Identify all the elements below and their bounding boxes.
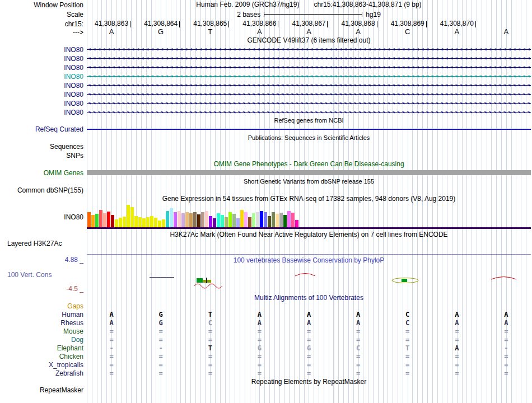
track-label-multiz-zebrafish[interactable]: Zebrafish — [0, 369, 83, 378]
gtex-tissue-bar[interactable] — [256, 212, 259, 227]
track-label-gtex-gene[interactable]: INO80 — [0, 213, 83, 221]
track-label-gencode-ino80[interactable]: INO80 — [0, 46, 83, 54]
gtex-tissue-bar[interactable] — [228, 212, 232, 227]
gtex-tissue-bar[interactable] — [236, 218, 240, 227]
gtex-tissue-bar[interactable] — [123, 217, 126, 227]
track-label-gencode-ino80[interactable]: INO80 — [0, 109, 83, 116]
track-label-omim-genes[interactable]: OMIM Genes — [0, 169, 83, 177]
gtex-tissue-bar[interactable] — [205, 211, 208, 227]
gtex-tissue-bar[interactable] — [178, 211, 181, 227]
gtex-tissue-bar[interactable] — [115, 219, 118, 227]
gtex-tissue-bar[interactable] — [91, 215, 95, 227]
gtex-tissue-bar[interactable] — [283, 215, 287, 227]
gtex-tissue-bar[interactable] — [201, 212, 204, 227]
gtex-tissue-bar[interactable] — [166, 211, 169, 227]
gtex-tissue-bar[interactable] — [95, 214, 99, 227]
ruler-position-label[interactable]: 41,308,870 — [432, 20, 482, 27]
gtex-tissue-bar[interactable] — [111, 215, 114, 227]
gtex-tissue-bar[interactable] — [138, 217, 142, 227]
gtex-tissue-bar[interactable] — [217, 213, 220, 227]
gtex-expression-chart[interactable] — [87, 204, 531, 227]
gtex-tissue-bar[interactable] — [119, 218, 122, 227]
track-label-layered-h3k27ac[interactable]: Layered H3K27Ac — [7, 240, 62, 247]
gtex-tissue-bar[interactable] — [213, 218, 216, 227]
gtex-tissue-bar[interactable] — [209, 216, 212, 227]
track-label-multiz-dog[interactable]: Dog — [0, 336, 83, 344]
track-label-multiz-gaps[interactable]: Gaps — [0, 302, 83, 311]
gtex-tissue-bar[interactable] — [150, 216, 153, 227]
gencode-transcript[interactable]: <<<<<<<<<<<<<<<<<<<<<<<<<<<<<<<<<<<<<<<<… — [87, 72, 531, 81]
track-label-gencode-ino80[interactable]: INO80 — [0, 91, 83, 99]
gencode-transcript[interactable]: <<<<<<<<<<<<<<<<<<<<<<<<<<<<<<<<<<<<<<<<… — [87, 108, 531, 117]
gtex-tissue-bar[interactable] — [107, 212, 110, 227]
track-label-snps[interactable]: SNPs — [0, 152, 83, 160]
gtex-tissue-bar[interactable] — [268, 216, 271, 227]
ruler-position-label[interactable]: 41,308,864 — [136, 20, 185, 27]
gencode-transcript[interactable]: <<<<<<<<<<<<<<<<<<<<<<<<<<<<<<<<<<<<<<<<… — [87, 45, 531, 54]
omim-gene-item[interactable] — [87, 170, 531, 175]
gtex-tissue-bar[interactable] — [174, 212, 177, 227]
gtex-tissue-bar[interactable] — [162, 219, 165, 227]
gtex-tissue-bar[interactable] — [221, 215, 224, 227]
ruler-position-label[interactable]: 41,308,866 — [235, 20, 284, 27]
gtex-tissue-bar[interactable] — [142, 218, 146, 227]
gtex-tissue-bar[interactable] — [158, 221, 161, 227]
gtex-tissue-bar[interactable] — [248, 217, 251, 227]
track-label-multiz-chicken[interactable]: Chicken — [0, 353, 83, 361]
gtex-tissue-bar[interactable] — [287, 211, 291, 227]
gtex-tissue-bar[interactable] — [146, 217, 150, 227]
gtex-tissue-bar[interactable] — [193, 212, 197, 227]
gtex-tissue-bar[interactable] — [87, 212, 91, 227]
multiz-aligned-base: = — [383, 336, 432, 344]
track-label-multiz-elephant[interactable]: Elephant — [0, 344, 83, 353]
gtex-tissue-bar[interactable] — [252, 213, 255, 227]
track-label-gencode-ino80[interactable]: INO80 — [0, 73, 83, 81]
ruler-position-label[interactable]: 41,308,868 — [334, 20, 383, 27]
gtex-tissue-bar[interactable] — [170, 208, 173, 227]
gencode-transcript[interactable]: <<<<<<<<<<<<<<<<<<<<<<<<<<<<<<<<<<<<<<<<… — [87, 90, 531, 99]
track-label-refseq-curated[interactable]: RefSeq Curated — [0, 125, 83, 133]
gtex-tissue-bar[interactable] — [244, 212, 248, 227]
gencode-transcript[interactable]: <<<<<<<<<<<<<<<<<<<<<<<<<<<<<<<<<<<<<<<<… — [87, 63, 531, 72]
gtex-tissue-bar[interactable] — [154, 218, 157, 227]
refseq-curated-gene-item[interactable] — [87, 129, 531, 130]
gtex-tissue-bar[interactable] — [276, 214, 279, 227]
gtex-tissue-bar[interactable] — [272, 212, 275, 227]
track-label-multiz-human[interactable]: Human — [0, 311, 83, 319]
gtex-tissue-bar[interactable] — [279, 213, 283, 227]
gtex-tissue-bar[interactable] — [181, 213, 185, 227]
gtex-tissue-bar[interactable] — [295, 220, 298, 227]
gencode-transcript[interactable]: <<<<<<<<<<<<<<<<<<<<<<<<<<<<<<<<<<<<<<<<… — [87, 54, 531, 63]
track-label-repeatmasker[interactable]: RepeatMasker — [0, 386, 83, 394]
ruler-position-label[interactable]: 41,308,863 — [87, 20, 136, 27]
track-label-sequences[interactable]: Sequences — [0, 143, 83, 151]
gtex-tissue-bar[interactable] — [127, 205, 130, 227]
track-label-multiz-rhesus[interactable]: Rhesus — [0, 319, 83, 327]
ruler-position-label[interactable]: 41,308,865 — [185, 20, 235, 27]
gencode-transcript[interactable]: <<<<<<<<<<<<<<<<<<<<<<<<<<<<<<<<<<<<<<<<… — [87, 99, 531, 108]
gtex-tissue-bar[interactable] — [130, 207, 134, 227]
track-label-gencode-ino80[interactable]: INO80 — [0, 64, 83, 72]
ruler-position-label[interactable]: 41,308,867 — [284, 20, 333, 27]
gtex-tissue-bar[interactable] — [134, 216, 138, 227]
gtex-tissue-bar[interactable] — [225, 217, 228, 227]
track-label-gencode-ino80[interactable]: INO80 — [0, 100, 83, 107]
gtex-tissue-bar[interactable] — [232, 214, 236, 227]
gtex-tissue-bar[interactable] — [264, 212, 267, 227]
gtex-tissue-bar[interactable] — [99, 210, 102, 227]
track-label-multiz-mouse[interactable]: Mouse — [0, 327, 83, 336]
gtex-tissue-bar[interactable] — [260, 211, 263, 227]
track-label-gencode-ino80[interactable]: INO80 — [0, 55, 83, 63]
gtex-tissue-bar[interactable] — [189, 213, 193, 227]
track-label-100-vert-cons[interactable]: 100 Vert. Cons — [7, 271, 52, 279]
gtex-tissue-bar[interactable] — [291, 213, 295, 227]
ruler-position-label[interactable]: 41,308,869 — [383, 20, 432, 27]
track-label-gencode-ino80[interactable]: INO80 — [0, 82, 83, 90]
gtex-tissue-bar[interactable] — [197, 214, 200, 227]
track-label-common-dbsnp[interactable]: Common dbSNP(155) — [0, 186, 83, 194]
track-label-multiz-x_tropicalis[interactable]: X_tropicalis — [0, 361, 83, 369]
gtex-tissue-bar[interactable] — [185, 212, 189, 227]
gencode-transcript[interactable]: <<<<<<<<<<<<<<<<<<<<<<<<<<<<<<<<<<<<<<<<… — [87, 81, 531, 90]
gtex-tissue-bar[interactable] — [240, 210, 244, 227]
gtex-tissue-bar[interactable] — [103, 213, 106, 227]
